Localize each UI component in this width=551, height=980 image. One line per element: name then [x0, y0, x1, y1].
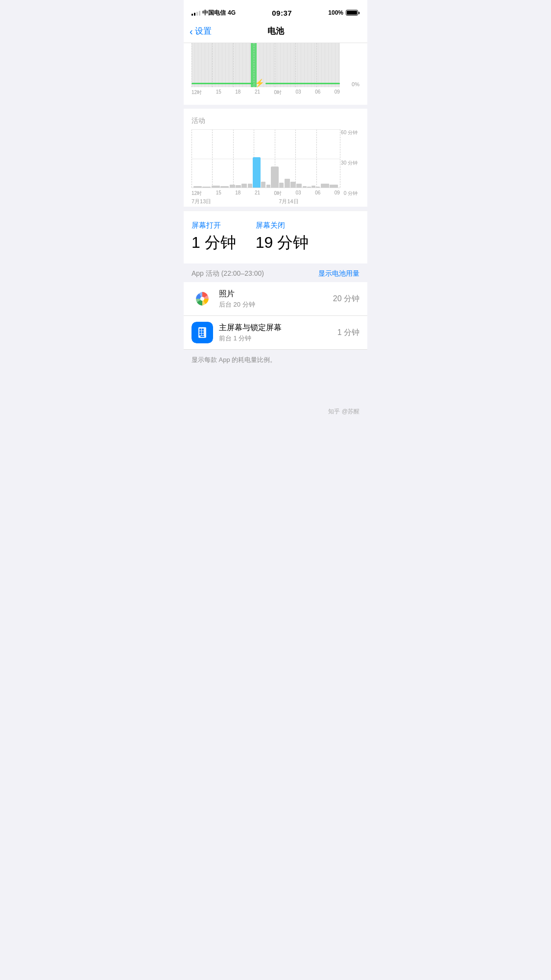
home-app-name: 主屏幕与锁定屏幕 [219, 323, 337, 333]
svg-rect-6 [202, 331, 204, 333]
status-bar: 中国电信 4G 09:37 100% [184, 0, 367, 22]
screen-on-label: 屏幕打开 [192, 221, 236, 230]
home-app-time: 1 分钟 [337, 328, 359, 338]
screen-off-item: 屏幕关闭 19 分钟 [256, 221, 309, 254]
footer-note-text: 显示每款 App 的耗电量比例。 [192, 356, 276, 363]
battery-percent-label: 0% [352, 81, 359, 87]
watermark-text: 知乎 @苏醒 [328, 408, 359, 415]
bar-group-06 [303, 129, 320, 188]
date-label-13: 7月13日 [192, 198, 211, 205]
battery-time-axis: 12时 15 18 21 0时 03 06 09 [192, 89, 340, 96]
activity-time-axis: 12时 15 18 21 0时 03 06 09 [192, 190, 359, 197]
activity-chart-wrapper: 60 分钟 30 分钟 0 分钟 12时 15 18 21 0时 03 06 0… [192, 129, 359, 207]
screen-time-grid: 屏幕打开 1 分钟 屏幕关闭 19 分钟 [192, 221, 359, 254]
spacer [184, 370, 367, 400]
battery-icon [346, 10, 359, 16]
photos-app-detail: 后台 20 分钟 [219, 300, 333, 309]
watermark: 知乎 @苏醒 [184, 400, 367, 424]
date-label-14: 7月14日 [279, 198, 298, 205]
screen-off-value: 19 分钟 [256, 232, 309, 254]
table-row[interactable]: 主屏幕与锁定屏幕 前台 1 分钟 1 分钟 [184, 316, 367, 350]
photos-app-time: 20 分钟 [333, 294, 359, 304]
activity-label: 活动 [192, 117, 359, 125]
bar-group-0 [266, 129, 284, 188]
table-row[interactable]: 照片 后台 20 分钟 20 分钟 [184, 282, 367, 316]
time-label: 09:37 [272, 9, 292, 17]
photos-app-name: 照片 [219, 289, 333, 299]
activity-chart [192, 129, 340, 188]
activity-bars [192, 129, 340, 188]
page-title: 电池 [267, 25, 284, 37]
home-app-info: 主屏幕与锁定屏幕 前台 1 分钟 [219, 323, 337, 343]
lightning-icon: ⚡ [255, 79, 264, 87]
bar-group-03 [285, 129, 302, 188]
signal-icon [192, 10, 200, 16]
bar-group-09 [321, 129, 338, 188]
bar-group-21 [248, 129, 265, 188]
app-activity-title: App 活动 (22:00–23:00) [192, 269, 264, 278]
date-labels: 7月13日 7月14日 [192, 198, 359, 207]
svg-rect-8 [202, 334, 204, 335]
svg-point-1 [200, 297, 204, 301]
back-label: 设置 [195, 25, 212, 37]
footer-note: 显示每款 App 的耗电量比例。 [184, 350, 367, 370]
screen-time-section: 屏幕打开 1 分钟 屏幕关闭 19 分钟 [184, 211, 367, 263]
battery-chart-section: ⚡ 0% 12时 15 18 21 0时 03 06 09 [184, 43, 367, 105]
photos-app-info: 照片 后台 20 分钟 [219, 289, 333, 309]
home-app-detail: 前台 1 分钟 [219, 334, 337, 343]
status-left: 中国电信 4G [192, 9, 236, 17]
battery-pct-label: 100% [328, 9, 343, 16]
network-label: 4G [228, 9, 236, 16]
bar-group-12 [193, 129, 211, 188]
app-list: 照片 后台 20 分钟 20 分钟 主屏幕与锁 [184, 282, 367, 350]
app-activity-header: App 活动 (22:00–23:00) 显示电池用量 [184, 263, 367, 282]
bar-group-15 [212, 129, 229, 188]
activity-y-labels: 60 分钟 30 分钟 0 分钟 [340, 129, 359, 197]
screen-off-label: 屏幕关闭 [256, 221, 309, 230]
screen-on-value: 1 分钟 [192, 232, 236, 254]
home-app-icon [192, 322, 213, 343]
carrier-label: 中国电信 [202, 9, 226, 17]
activity-section: 活动 [184, 109, 367, 207]
show-battery-link[interactable]: 显示电池用量 [318, 269, 359, 278]
nav-bar: ‹ 设置 电池 [184, 22, 367, 43]
svg-rect-4 [202, 329, 204, 331]
bar-group-18 [230, 129, 247, 188]
svg-rect-7 [199, 334, 201, 335]
svg-rect-5 [199, 331, 201, 333]
photos-app-icon [192, 288, 213, 310]
charging-line: ⚡ [192, 79, 340, 87]
svg-rect-3 [199, 329, 201, 331]
status-right: 100% [328, 9, 359, 16]
svg-rect-9 [200, 336, 204, 337]
home-screen-icon [192, 322, 213, 343]
back-arrow-icon: ‹ [190, 26, 193, 36]
back-button[interactable]: ‹ 设置 [190, 25, 212, 37]
battery-level-chart: ⚡ 0% 12时 15 18 21 0时 03 06 09 [192, 43, 359, 97]
screen-on-item: 屏幕打开 1 分钟 [192, 221, 236, 254]
